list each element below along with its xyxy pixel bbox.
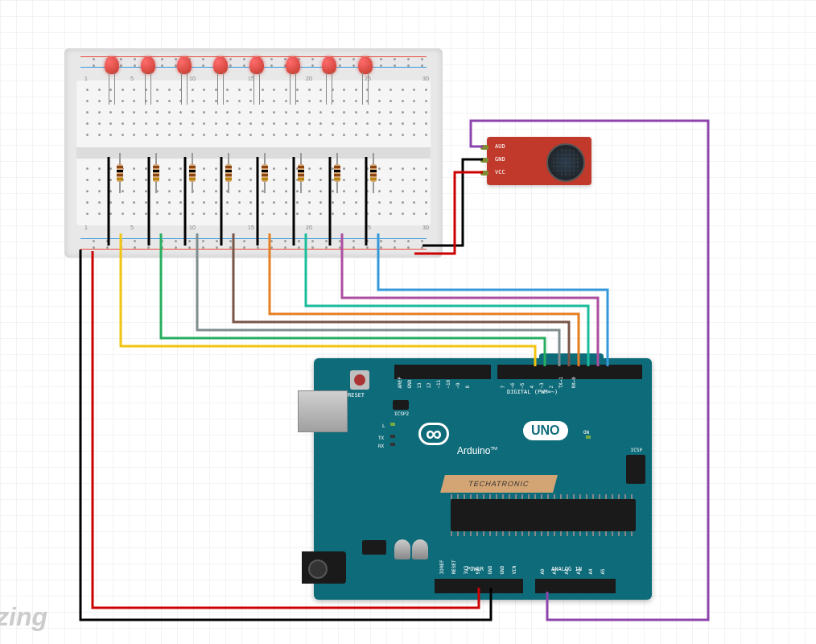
- on-led: [586, 436, 591, 439]
- sound-sensor-module: AUD GND VCC: [487, 137, 591, 185]
- power-pin-RESET: RESET: [451, 559, 456, 574]
- l-led: [390, 423, 395, 426]
- digital-pin-RX0: RX←0: [571, 377, 576, 388]
- sound-pin-gnd: GND: [495, 156, 505, 163]
- power-pin-5V: 5V: [475, 568, 480, 574]
- digital-pin-AREF: AREF: [397, 377, 402, 388]
- usb-port: [298, 390, 348, 432]
- resistor-3: [189, 153, 196, 193]
- resistor-1: [117, 153, 123, 193]
- bb-col-b20: 20: [306, 225, 312, 230]
- fritzing-watermark: zing: [0, 602, 47, 632]
- power-header: [435, 579, 523, 593]
- digital-pin-9: ~9: [455, 382, 460, 388]
- digital-pin-3: ~3: [538, 382, 544, 388]
- rx-label: RX: [378, 443, 384, 448]
- bb-col-b10: 10: [189, 225, 196, 230]
- capacitors: [394, 539, 435, 559]
- resistor-4: [225, 153, 232, 193]
- power-pin-IOREF: IOREF: [439, 559, 444, 574]
- microphone-icon: [546, 143, 585, 182]
- icsp2-label: ICSP2: [394, 411, 409, 416]
- tx-led: [390, 435, 395, 438]
- analog-header: [535, 579, 616, 593]
- infinity-icon: ∞: [418, 423, 449, 445]
- on-label: ON: [583, 429, 589, 435]
- bb-col-b1: 1: [84, 225, 88, 230]
- power-pin-3V3: 3V3: [463, 566, 468, 575]
- led-6: [286, 56, 305, 76]
- analog-pin-A1: A1: [551, 568, 557, 574]
- digital-pin-2: 2: [548, 386, 554, 389]
- rx-led: [390, 443, 395, 446]
- led-2: [141, 56, 160, 76]
- digital-header-1: [394, 365, 491, 379]
- digital-pin-7: 7: [500, 386, 505, 389]
- digital-pin-5: ~5: [519, 382, 525, 388]
- resistor-7: [334, 153, 340, 193]
- analog-pin-A2: A2: [563, 568, 569, 574]
- led-4: [213, 56, 233, 76]
- analog-pin-A3: A3: [575, 568, 581, 574]
- analog-pin-A0: A0: [539, 568, 545, 574]
- digital-pin-13: 13: [416, 382, 422, 388]
- led-8: [358, 56, 377, 76]
- digital-pin-11: ~11: [435, 380, 441, 389]
- icsp-label: ICSP: [631, 447, 642, 452]
- voltage-regulator: [362, 540, 386, 555]
- arduino-uno-board: RESET ∞ UNO ArduinoTM ICSP2 L TX RX ON I…: [314, 358, 652, 600]
- led-3: [177, 56, 196, 76]
- tx-label: TX: [378, 435, 384, 440]
- power-jack: [302, 551, 346, 584]
- digital-pin-6: ~6: [509, 382, 515, 388]
- digital-pin-GND: GND: [406, 380, 412, 389]
- led-1: [105, 56, 124, 76]
- atmega-chip: [451, 499, 636, 531]
- resistor-5: [262, 153, 268, 193]
- power-pin-GND: GND: [487, 566, 492, 575]
- sound-pin-vcc: VCC: [495, 169, 505, 175]
- digital-pin-12: 12: [426, 382, 431, 388]
- reset-label: RESET: [348, 392, 365, 398]
- bb-col-20: 20: [306, 76, 312, 81]
- resistor-8: [370, 153, 377, 193]
- digital-group-label: DIGITAL (PWM=~): [507, 389, 558, 395]
- resistor-2: [153, 153, 159, 193]
- led-5: [249, 56, 269, 76]
- sound-pin-aud: AUD: [495, 143, 505, 150]
- l-label: L: [382, 423, 385, 428]
- led-7: [322, 56, 341, 76]
- bb-col-b30: 30: [422, 225, 429, 230]
- bb-col-b25: 25: [365, 225, 371, 230]
- resistor-6: [298, 153, 304, 193]
- bb-col-5: 5: [130, 76, 134, 81]
- bb-col-b15: 15: [248, 225, 254, 230]
- uno-badge: UNO: [523, 421, 568, 440]
- bb-col-b5: 5: [130, 225, 134, 230]
- analog-pin-A5: A5: [600, 568, 605, 574]
- bb-col-30: 30: [422, 76, 429, 81]
- bb-col-10: 10: [189, 76, 196, 81]
- arduino-logo: ∞: [418, 423, 449, 445]
- digital-pin-TX1: TX→1: [558, 377, 563, 388]
- digital-pin-10: ~10: [445, 380, 451, 389]
- power-pin-GND: GND: [499, 566, 505, 575]
- power-pin-VIN: VIN: [511, 566, 517, 575]
- techatronic-label: TECHATRONIC: [440, 475, 558, 493]
- analog-pin-A4: A4: [587, 568, 593, 574]
- bb-col-1: 1: [84, 76, 88, 81]
- reset-button[interactable]: [350, 370, 369, 390]
- icsp-header: [626, 455, 645, 484]
- arduino-brand: ArduinoTM: [457, 445, 497, 456]
- digital-pin-4: 4: [529, 386, 534, 389]
- digital-pin-8: 8: [464, 386, 470, 389]
